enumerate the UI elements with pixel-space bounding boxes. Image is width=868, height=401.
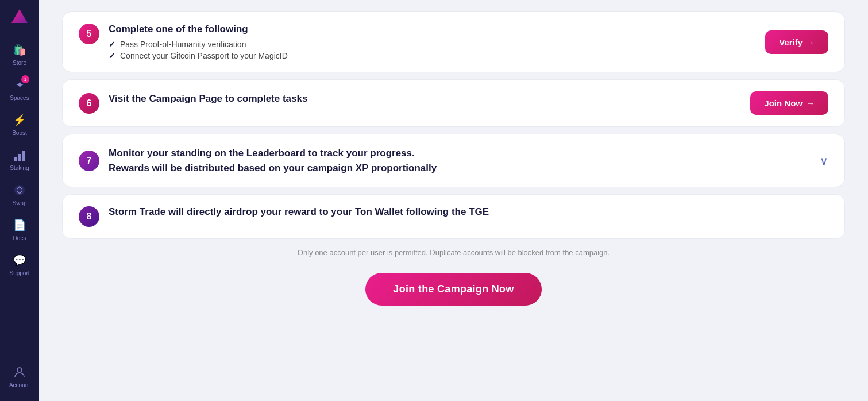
- boost-icon: ⚡: [12, 113, 27, 128]
- step-8-title: Storm Trade will directly airdrop your r…: [109, 206, 828, 218]
- cta-container: Join the Campaign Now: [62, 273, 845, 306]
- join-arrow-icon: →: [806, 98, 815, 108]
- sidebar-label-support: Support: [9, 270, 29, 276]
- main-content: 5 Complete one of the following ✓ Pass P…: [39, 0, 868, 401]
- sidebar-item-docs[interactable]: 📄 Docs: [0, 212, 39, 247]
- step-5-checklist: ✓ Pass Proof-of-Humanity verification ✓ …: [109, 40, 765, 60]
- join-now-button[interactable]: Join Now →: [750, 91, 828, 115]
- chevron-down-icon[interactable]: ∨: [820, 154, 828, 168]
- sidebar-item-staking[interactable]: Staking: [0, 142, 39, 177]
- svg-rect-1: [14, 157, 17, 161]
- svg-point-5: [17, 368, 22, 372]
- sidebar-label-account: Account: [9, 382, 30, 388]
- account-icon: [12, 365, 27, 380]
- step-6-title: Visit the Campaign Page to complete task…: [109, 93, 750, 105]
- join-campaign-button[interactable]: Join the Campaign Now: [365, 273, 541, 306]
- disclaimer-text: Only one account per user is permitted. …: [62, 248, 845, 257]
- step-8-badge: 8: [79, 206, 99, 227]
- step-5-badge: 5: [79, 24, 99, 44]
- check-icon-2: ✓: [109, 51, 115, 60]
- sidebar-label-docs: Docs: [13, 235, 26, 241]
- app-logo[interactable]: [9, 7, 30, 28]
- sidebar-label-spaces: Spaces: [10, 95, 29, 101]
- step-7-title: Monitor your standing on the Leaderboard…: [109, 146, 813, 175]
- docs-icon: 📄: [12, 218, 27, 233]
- sidebar-label-boost: Boost: [12, 130, 27, 136]
- step-7-content: Monitor your standing on the Leaderboard…: [109, 146, 813, 175]
- step-6-badge: 6: [79, 93, 99, 114]
- sidebar-item-spaces[interactable]: ✦ 1 Spaces: [0, 72, 39, 107]
- step-6-left: 6 Visit the Campaign Page to complete ta…: [79, 93, 750, 114]
- svg-rect-3: [22, 151, 25, 161]
- step-8-left: 8 Storm Trade will directly airdrop your…: [79, 206, 828, 227]
- arrow-icon: →: [806, 37, 815, 47]
- sidebar-label-staking: Staking: [10, 165, 29, 171]
- sidebar-item-store[interactable]: 🛍️ Store: [0, 37, 39, 72]
- step-5-card: 5 Complete one of the following ✓ Pass P…: [62, 11, 845, 72]
- sidebar-item-support[interactable]: 💬 Support: [0, 247, 39, 282]
- sidebar-item-account[interactable]: Account: [0, 359, 39, 394]
- sidebar-label-store: Store: [13, 60, 26, 66]
- step-5-left: 5 Complete one of the following ✓ Pass P…: [79, 24, 765, 60]
- checklist-item-2: ✓ Connect your Gitcoin Passport to your …: [109, 51, 765, 60]
- step-7-badge: 7: [79, 151, 99, 171]
- step-8-content: Storm Trade will directly airdrop your r…: [109, 206, 828, 222]
- checklist-item-1: ✓ Pass Proof-of-Humanity verification: [109, 40, 765, 49]
- svg-rect-2: [18, 154, 21, 161]
- swap-icon: [12, 183, 27, 198]
- step-6-card: 6 Visit the Campaign Page to complete ta…: [62, 79, 845, 127]
- step-7-card: 7 Monitor your standing on the Leaderboa…: [62, 134, 845, 187]
- step-7-left: 7 Monitor your standing on the Leaderboa…: [79, 146, 813, 175]
- sidebar-item-boost[interactable]: ⚡ Boost: [0, 107, 39, 142]
- spaces-badge: 1: [21, 75, 29, 83]
- sidebar-label-swap: Swap: [12, 200, 26, 206]
- step-5-title: Complete one of the following: [109, 24, 765, 35]
- step-5-content: Complete one of the following ✓ Pass Pro…: [109, 24, 765, 60]
- sidebar-item-swap[interactable]: Swap: [0, 177, 39, 212]
- check-icon-1: ✓: [109, 40, 115, 49]
- sidebar: 🛍️ Store ✦ 1 Spaces ⚡ Boost Staking: [0, 0, 39, 401]
- staking-icon: [12, 148, 27, 163]
- verify-button[interactable]: Verify →: [765, 30, 828, 54]
- support-icon: 💬: [12, 253, 27, 268]
- spaces-icon: ✦ 1: [12, 78, 27, 92]
- store-icon: 🛍️: [12, 43, 27, 57]
- svg-marker-0: [11, 9, 28, 23]
- step-6-content: Visit the Campaign Page to complete task…: [109, 93, 750, 109]
- step-8-card: 8 Storm Trade will directly airdrop your…: [62, 194, 845, 239]
